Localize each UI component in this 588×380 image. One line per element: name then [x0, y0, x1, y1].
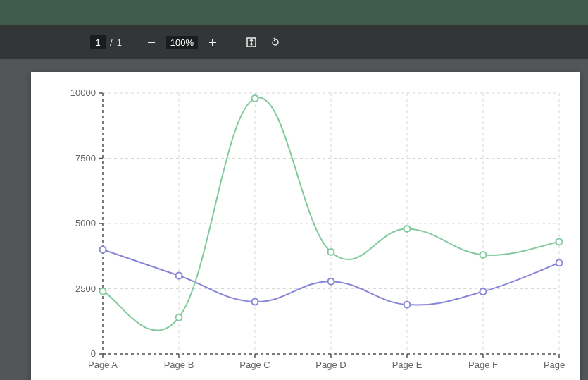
- fit-page-icon: [246, 37, 257, 48]
- y-tick-label: 2500: [75, 283, 96, 294]
- data-point: [556, 238, 563, 245]
- data-point: [176, 273, 182, 279]
- divider: [132, 36, 132, 49]
- zoom-in-button[interactable]: [204, 33, 222, 51]
- data-point: [252, 95, 258, 102]
- page-number-input[interactable]: [90, 35, 106, 49]
- x-tick-label: Page D: [315, 360, 346, 370]
- x-tick-label: Page A: [88, 360, 118, 370]
- line-chart: 025005000750010000Page APage BPage CPage…: [59, 86, 566, 375]
- y-tick-label: 10000: [70, 87, 96, 98]
- page-indicator: / 1: [90, 35, 122, 49]
- viewer-toolbar: / 1 100%: [0, 25, 588, 59]
- data-point: [328, 278, 334, 285]
- minus-icon: [146, 37, 156, 47]
- data-point: [176, 314, 182, 321]
- data-point: [480, 252, 487, 258]
- data-point: [556, 259, 563, 266]
- y-tick-label: 7500: [75, 153, 96, 164]
- divider: [232, 36, 232, 49]
- document-page: 025005000750010000Page APage BPage CPage…: [31, 72, 580, 380]
- data-point: [480, 288, 487, 295]
- page-total: 1: [117, 37, 122, 48]
- data-point: [100, 247, 106, 253]
- x-tick-label: Page G: [544, 360, 566, 370]
- plus-icon: [208, 37, 218, 47]
- data-point: [252, 299, 258, 305]
- pdf-viewer: / 1 100% 025005000750010000Page APage BP…: [0, 25, 588, 380]
- zoom-out-button[interactable]: [142, 33, 161, 51]
- rotate-icon: [270, 37, 281, 48]
- page-area[interactable]: 025005000750010000Page APage BPage CPage…: [0, 59, 588, 380]
- rotate-button[interactable]: [266, 33, 284, 51]
- x-tick-label: Page C: [239, 360, 270, 370]
- x-tick-label: Page F: [468, 360, 498, 370]
- y-tick-label: 0: [91, 348, 96, 359]
- data-point: [328, 249, 334, 255]
- x-tick-label: Page B: [164, 360, 194, 370]
- data-point: [404, 226, 411, 232]
- page-sep: /: [110, 37, 113, 48]
- data-point: [404, 302, 411, 308]
- y-tick-label: 5000: [75, 218, 96, 228]
- data-point: [100, 288, 106, 295]
- zoom-level[interactable]: 100%: [166, 36, 198, 49]
- x-tick-label: Page E: [392, 360, 423, 370]
- fit-page-button[interactable]: [242, 33, 261, 51]
